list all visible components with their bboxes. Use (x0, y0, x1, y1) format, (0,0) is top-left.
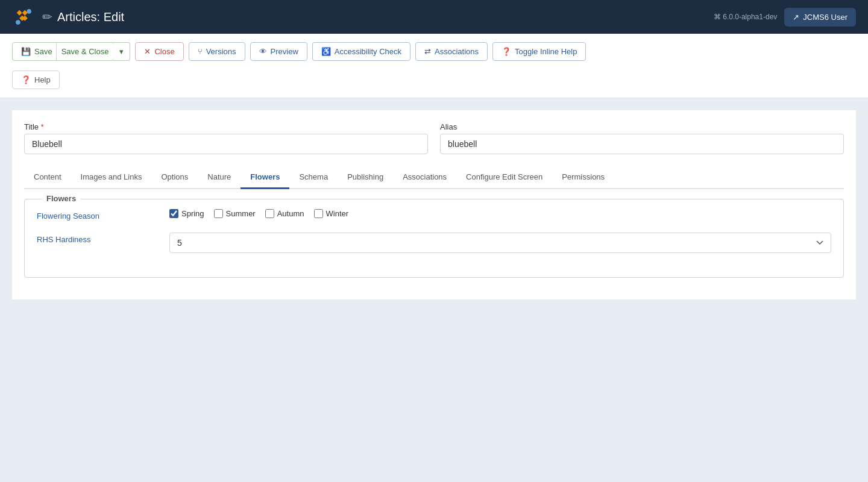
flowering-season-control: SpringSummerAutumnWinter (169, 209, 831, 218)
toggle-help-label: Toggle Inline Help (515, 47, 577, 56)
save-arrow-button[interactable]: ▾ (113, 42, 130, 61)
preview-button[interactable]: 👁 Preview (250, 42, 307, 61)
rhs-hardiness-label: RHS Hardiness (37, 233, 157, 244)
joomla-logo (12, 5, 35, 28)
associations-label: Associations (435, 47, 479, 56)
topbar-right: ⌘ 6.0.0-alpha1-dev ↗ JCMS6 User (714, 8, 856, 27)
season-winter[interactable]: Winter (314, 209, 349, 218)
close-button[interactable]: ✕ Close (135, 42, 183, 61)
season-label-winter: Winter (326, 209, 349, 218)
title-field-group: Title * (24, 122, 428, 154)
versions-button[interactable]: ⑂ Versions (189, 42, 245, 61)
title-required: * (41, 122, 44, 131)
associations-icon: ⇄ (424, 47, 431, 56)
tab-configure[interactable]: Configure Edit Screen (456, 166, 552, 189)
season-label-spring: Spring (181, 209, 204, 218)
toggle-help-button[interactable]: ❓ Toggle Inline Help (492, 42, 586, 61)
svg-point-1 (27, 9, 31, 14)
help-icon: ❓ (21, 75, 31, 84)
tab-flowers[interactable]: Flowers (241, 166, 289, 189)
user-label: JCMS6 User (803, 13, 848, 22)
tab-images[interactable]: Images and Links (71, 166, 152, 189)
help-label: Help (34, 75, 51, 84)
versions-icon: ⑂ (198, 47, 203, 56)
close-label: Close (154, 47, 174, 56)
tab-associations[interactable]: Associations (393, 166, 456, 189)
alias-input[interactable] (440, 134, 844, 154)
fieldset-inner: Flowering Season SpringSummerAutumnWinte… (37, 209, 831, 253)
edit-icon: ✏ (42, 10, 52, 24)
preview-label: Preview (271, 47, 298, 56)
toggle-help-icon: ❓ (502, 47, 511, 56)
title-alias-row: Title * Alias (24, 122, 844, 154)
save-button[interactable]: 💾 Save (12, 42, 61, 61)
save-icon: 💾 (21, 47, 31, 56)
tab-schema[interactable]: Schema (289, 166, 338, 189)
season-checkbox-spring[interactable] (169, 209, 178, 218)
version-text: ⌘ 6.0.0-alpha1-dev (714, 13, 777, 21)
season-autumn[interactable]: Autumn (265, 209, 304, 218)
title-input[interactable] (24, 134, 428, 154)
content-area: Title * Alias ContentImages and LinksOpt… (0, 98, 868, 311)
title-label: Title * (24, 122, 428, 131)
page-title: Articles: Edit (57, 10, 124, 24)
close-icon: ✕ (144, 47, 151, 56)
rhs-hardiness-control: 1234567 (169, 233, 831, 253)
accessibility-button[interactable]: ♿ Accessibility Check (312, 42, 410, 61)
associations-button[interactable]: ⇄ Associations (415, 42, 488, 61)
season-spring[interactable]: Spring (169, 209, 204, 218)
alias-label: Alias (440, 122, 844, 131)
user-icon: ↗ (793, 13, 799, 22)
user-button[interactable]: ↗ JCMS6 User (784, 8, 856, 27)
versions-label: Versions (206, 47, 236, 56)
joomla-logo-icon (12, 5, 35, 28)
topbar-left: ✏ Articles: Edit (12, 5, 124, 28)
alias-field-group: Alias (440, 122, 844, 154)
save-label: Save (34, 47, 52, 56)
tab-content[interactable]: Content (24, 166, 71, 189)
seasons-checkboxes: SpringSummerAutumnWinter (169, 209, 831, 218)
tab-options[interactable]: Options (151, 166, 198, 189)
tab-permissions[interactable]: Permissions (552, 166, 614, 189)
tabs-bar: ContentImages and LinksOptionsNatureFlow… (24, 166, 844, 189)
dropdown-arrow-icon: ▾ (119, 47, 124, 56)
season-checkbox-summer[interactable] (214, 209, 223, 218)
rhs-hardiness-select[interactable]: 1234567 (169, 233, 831, 253)
preview-icon: 👁 (259, 47, 267, 56)
fieldset-legend: Flowers (42, 194, 81, 203)
save-close-label: Save & Close (61, 47, 109, 56)
season-checkbox-autumn[interactable] (265, 209, 274, 218)
toolbar: 💾 Save Save & Close ▾ ✕ Close ⑂ Versions… (0, 34, 868, 98)
accessibility-label: Accessibility Check (335, 47, 401, 56)
svg-point-2 (16, 20, 20, 25)
tab-nature[interactable]: Nature (198, 166, 241, 189)
page-title-container: ✏ Articles: Edit (42, 10, 124, 24)
season-label-autumn: Autumn (277, 209, 304, 218)
topbar: ✏ Articles: Edit ⌘ 6.0.0-alpha1-dev ↗ JC… (0, 0, 868, 34)
form-panel: Title * Alias ContentImages and LinksOpt… (12, 110, 856, 299)
flowers-fieldset: Flowers Flowering Season SpringSummerAut… (24, 199, 844, 278)
season-label-summer: Summer (226, 209, 256, 218)
help-button[interactable]: ❓ Help (12, 70, 60, 89)
flowering-season-row: Flowering Season SpringSummerAutumnWinte… (37, 209, 831, 221)
season-checkbox-winter[interactable] (314, 209, 323, 218)
accessibility-icon: ♿ (321, 47, 331, 56)
save-dropdown-button[interactable]: Save & Close (56, 42, 115, 61)
tab-publishing[interactable]: Publishing (338, 166, 393, 189)
season-summer[interactable]: Summer (214, 209, 256, 218)
rhs-hardiness-row: RHS Hardiness 1234567 (37, 233, 831, 253)
flowers-tab-content: Flowers Flowering Season SpringSummerAut… (24, 189, 844, 287)
flowering-season-label: Flowering Season (37, 209, 157, 221)
save-group: 💾 Save Save & Close ▾ (12, 42, 130, 61)
